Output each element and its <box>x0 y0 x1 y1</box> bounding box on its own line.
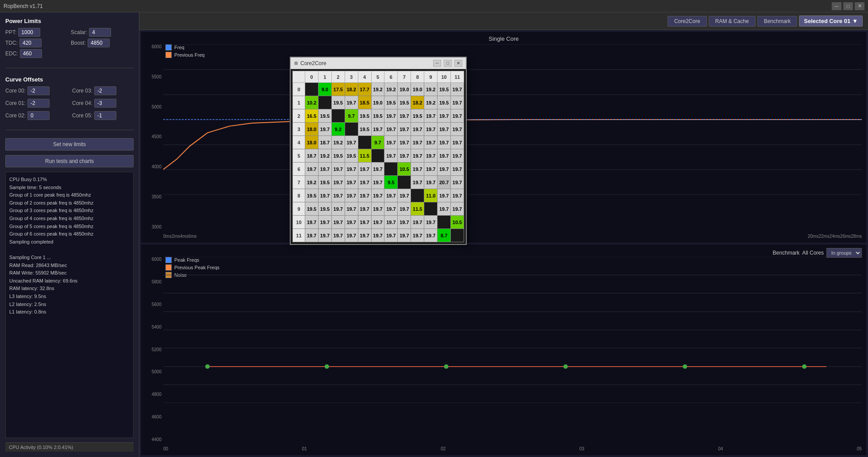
maximize-button[interactable]: □ <box>843 2 853 10</box>
cell-3-9: 19.7 <box>424 123 438 136</box>
top-chart: Single Core Freq Previous Freq 600055005… <box>141 32 866 243</box>
bx-label-03: 03 <box>580 446 584 451</box>
ppt-value[interactable]: 1000 <box>18 28 40 37</box>
bx-label-02: 02 <box>441 446 446 451</box>
cell-7-10: 20.7 <box>438 176 451 189</box>
right-panel: Core2Core RAM & Cache Benchmark Selected… <box>139 12 868 457</box>
cell-6-2: 19.7 <box>331 163 345 176</box>
core-value-5[interactable]: -1 <box>94 111 116 120</box>
col-header-4: 4 <box>358 71 371 83</box>
x-label-6ms: 6ms <box>188 234 197 239</box>
cell-2-9: 19.7 <box>424 109 438 123</box>
log-line: Group of 2 cores peak freq is 4850mhz <box>9 199 130 207</box>
cell-4-11: 19.7 <box>451 136 464 149</box>
cell-10-3: 19.7 <box>345 216 358 229</box>
modal-maximize-btn[interactable]: □ <box>444 60 452 67</box>
x-label-2ms: 2ms <box>172 234 180 239</box>
cell-7-7 <box>398 176 411 189</box>
row-header-1: 1 <box>293 96 305 109</box>
window-controls: ─ □ ✕ <box>832 2 864 10</box>
bottom-chart-svg <box>163 257 862 403</box>
cell-5-11: 19.7 <box>451 149 464 163</box>
modal-titlebar: ⊞ Core2Core ─ □ ✕ <box>291 58 466 69</box>
core-label-0: Core 00: <box>5 88 26 94</box>
cell-0-1: 9.0 <box>318 83 331 96</box>
cell-0-8: 19.0 <box>411 83 424 96</box>
cell-8-1: 19.7 <box>318 189 331 202</box>
cell-2-4: 19.5 <box>358 109 371 123</box>
cell-2-11: 19.7 <box>451 109 464 123</box>
selected-core-button[interactable]: Selected Core 01 ▼ <box>799 15 863 27</box>
cell-2-10: 19.7 <box>438 109 451 123</box>
cell-6-4: 19.7 <box>358 163 371 176</box>
cell-5-8: 19.7 <box>411 149 424 163</box>
boost-value[interactable]: 4850 <box>88 39 110 47</box>
cell-3-3 <box>345 123 358 136</box>
y-label: 5500 <box>152 74 161 79</box>
x-label-24ms: 24ms <box>830 234 840 239</box>
core-value-4[interactable]: 0 <box>27 111 50 120</box>
y-label: 4400 <box>152 437 161 442</box>
cell-4-6: 19.7 <box>384 136 398 149</box>
y-label: 5000 <box>152 369 161 374</box>
table-row: 110.219.519.718.519.019.519.518.219.219.… <box>293 96 464 109</box>
cell-9-0: 19.5 <box>305 202 318 216</box>
curve-offsets-grid: Core 00: -2Core 03: -2Core 01: -2Core 04… <box>5 86 134 122</box>
top-nav: Core2Core RAM & Cache Benchmark Selected… <box>139 12 868 30</box>
cell-1-11: 19.7 <box>451 96 464 109</box>
ram-cache-button[interactable]: RAM & Cache <box>709 16 756 27</box>
cell-5-9: 19.7 <box>424 149 438 163</box>
col-header-3: 3 <box>345 71 358 83</box>
cell-4-10: 19.7 <box>438 136 451 149</box>
minimize-button[interactable]: ─ <box>832 2 841 10</box>
core2core-modal[interactable]: ⊞ Core2Core ─ □ ✕ 0123456789101109.017.5… <box>290 57 467 245</box>
col-header-2: 2 <box>331 71 345 83</box>
table-row: 09.017.518.217.719.219.219.019.019.219.5… <box>293 83 464 96</box>
cell-2-7: 19.7 <box>398 109 411 123</box>
core-value-0[interactable]: -2 <box>27 86 50 95</box>
run-tests-button[interactable]: Run tests and charts <box>5 155 134 167</box>
close-button[interactable]: ✕ <box>855 2 864 10</box>
row-header-3: 3 <box>293 123 305 136</box>
cell-7-2: 19.7 <box>331 176 345 189</box>
cell-2-2 <box>331 109 345 123</box>
bottom-chart-xaxis: 00 01 02 03 04 05 <box>163 442 862 455</box>
cell-7-5: 19.7 <box>371 176 384 189</box>
modal-minimize-btn[interactable]: ─ <box>433 60 441 67</box>
core-value-3[interactable]: -3 <box>94 99 116 108</box>
y-label: 5800 <box>152 279 161 284</box>
modal-close-btn[interactable]: ✕ <box>454 60 462 67</box>
core-value-2[interactable]: -2 <box>27 99 50 108</box>
scalar-value[interactable]: 4 <box>89 28 111 37</box>
y-label: 5400 <box>152 325 161 329</box>
cell-8-0: 19.5 <box>305 189 318 202</box>
bx-label-04: 04 <box>718 446 723 451</box>
cell-8-11: 19.7 <box>451 189 464 202</box>
benchmark-button[interactable]: Benchmark <box>757 16 798 27</box>
cell-9-10: 19.7 <box>438 202 451 216</box>
cell-6-0: 19.7 <box>305 163 318 176</box>
cell-6-1: 19.7 <box>318 163 331 176</box>
cell-11-1: 19.7 <box>318 229 331 242</box>
tdc-value[interactable]: 420 <box>19 39 42 47</box>
bottom-chart: Benchmark All Cores In groups Peak Freqs… <box>141 244 866 455</box>
in-groups-dropdown[interactable]: In groups <box>826 248 862 258</box>
table-row: 318.019.79.219.519.719.719.719.719.719.7… <box>293 123 464 136</box>
table-row: 518.719.219.519.511.519.719.719.719.719.… <box>293 149 464 163</box>
svg-point-21 <box>683 364 687 369</box>
core-value-1[interactable]: -2 <box>94 86 116 95</box>
log-line: L1 latency: 0.8ns <box>9 308 130 316</box>
col-header-6: 6 <box>384 71 398 83</box>
top-chart-yaxis: 6000550050004500400035003000 <box>141 44 163 229</box>
cell-3-8: 19.7 <box>411 123 424 136</box>
cell-8-10: 19.7 <box>438 189 451 202</box>
core-offset-row-3: Core 04: -3 <box>72 99 134 108</box>
core2core-button[interactable]: Core2Core <box>668 16 707 27</box>
log-line: RAM Write: 55902 MB/sec <box>9 269 130 277</box>
edc-value[interactable]: 460 <box>20 49 42 58</box>
cell-5-1: 19.2 <box>318 149 331 163</box>
scalar-boost-row: Scalar: 4 Boost: 4850 <box>71 28 134 60</box>
set-limits-button[interactable]: Set new limits <box>5 138 134 151</box>
cell-3-7: 19.7 <box>398 123 411 136</box>
log-line: Sample time: 5 seconds <box>9 184 130 192</box>
